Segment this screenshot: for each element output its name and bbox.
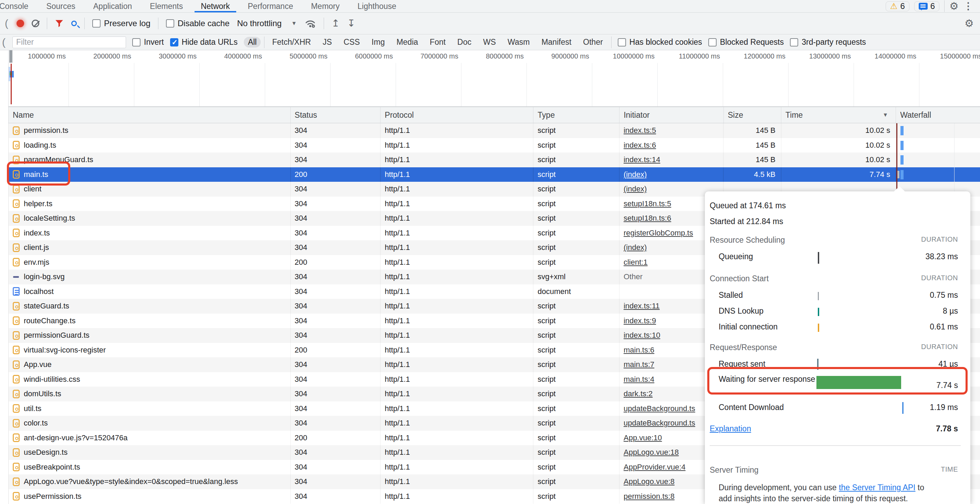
filter-type-all[interactable]: All	[244, 37, 261, 48]
filter-type-css[interactable]: CSS	[339, 37, 364, 48]
table-row[interactable]: paramMenuGuard.ts 304 http/1.1 script in…	[9, 153, 980, 167]
column-header-name[interactable]: Name	[9, 107, 291, 123]
filter-type-js[interactable]: JS	[318, 37, 336, 48]
initiator-link[interactable]: (index)	[624, 243, 647, 252]
initiator-link[interactable]: index.ts:6	[624, 141, 656, 150]
name-cell[interactable]: localhost	[9, 285, 291, 299]
initiator-link[interactable]: main.ts:6	[624, 346, 654, 355]
name-cell[interactable]: App.vue	[9, 357, 291, 372]
import-har-icon[interactable]: ↥	[332, 19, 339, 28]
messages-badge[interactable]: 6	[914, 2, 939, 11]
name-cell[interactable]: windi-utilities.css	[9, 372, 291, 387]
initiator-link[interactable]: updateBackground.ts	[624, 404, 695, 413]
initiator-link[interactable]: index.ts:14	[624, 155, 660, 164]
tab-console[interactable]: Console	[0, 0, 37, 13]
filter-type-other[interactable]: Other	[579, 37, 607, 48]
initiator-link[interactable]: (index)	[624, 184, 647, 194]
name-cell[interactable]: routeChange.ts	[9, 314, 291, 328]
network-overview-timeline[interactable]: 1000000 ms2000000 ms3000000 ms4000000 ms…	[8, 50, 980, 107]
tab-sources[interactable]: Sources	[37, 0, 84, 13]
initiator-link[interactable]: registerGlobComp.ts	[624, 229, 693, 237]
initiator-link[interactable]: (index)	[624, 170, 647, 179]
initiator-link[interactable]: AppProvider.vue:4	[624, 463, 686, 472]
settings-gear-icon[interactable]: ⚙	[949, 1, 959, 11]
tab-elements[interactable]: Elements	[141, 0, 192, 13]
initiator-link[interactable]: App.vue:10	[624, 433, 662, 442]
initiator-link[interactable]: dark.ts:2	[624, 390, 652, 398]
column-header-size[interactable]: Size	[724, 107, 782, 123]
filter-type-doc[interactable]: Doc	[453, 37, 476, 48]
column-header-waterfall[interactable]: Waterfall	[896, 107, 980, 123]
name-cell[interactable]: helper.ts	[9, 197, 291, 211]
clear-button[interactable]	[32, 20, 39, 27]
checkbox-checked[interactable]	[170, 38, 178, 46]
filter-type-fetch-xhr[interactable]: Fetch/XHR	[268, 37, 315, 48]
initiator-link[interactable]: main.ts:7	[624, 360, 654, 369]
initiator-link[interactable]: client:1	[624, 258, 648, 267]
initiator-link[interactable]: AppLogo.vue:18	[624, 448, 679, 457]
column-header-type[interactable]: Type	[533, 107, 619, 123]
tab-network[interactable]: Network	[192, 0, 239, 13]
table-row[interactable]: loading.ts 304 http/1.1 script index.ts:…	[9, 138, 980, 153]
name-cell[interactable]: stateGuard.ts	[9, 299, 291, 314]
checkbox-unchecked[interactable]	[166, 19, 174, 27]
column-header-status[interactable]: Status	[291, 107, 381, 123]
filter-type-media[interactable]: Media	[392, 37, 422, 48]
checkbox-unchecked[interactable]	[708, 38, 717, 46]
table-row-selected[interactable]: main.ts 200 http/1.1 script (index) 4.5 …	[9, 167, 980, 182]
warnings-badge[interactable]: ⚠ 6	[886, 2, 909, 11]
initiator-link[interactable]: index.ts:11	[624, 302, 660, 310]
name-cell[interactable]: useDesign.ts	[9, 445, 291, 460]
checkbox-unchecked[interactable]	[92, 19, 100, 27]
export-har-icon[interactable]: ↧	[347, 19, 355, 28]
filter-type-font[interactable]: Font	[426, 37, 450, 48]
invert-checkbox[interactable]: Invert	[132, 38, 164, 47]
disable-cache-checkbox[interactable]: Disable cache	[166, 19, 230, 28]
hide-data-urls-checkbox[interactable]: Hide data URLs	[170, 38, 238, 47]
tab-lighthouse[interactable]: Lighthouse	[348, 0, 405, 13]
preserve-log-checkbox[interactable]: Preserve log	[92, 19, 151, 28]
name-cell[interactable]: useBreakpoint.ts	[9, 460, 291, 475]
filter-type-wasm[interactable]: Wasm	[503, 37, 534, 48]
explanation-link[interactable]: Explanation	[710, 424, 751, 433]
name-cell[interactable]: login-bg.svg	[9, 270, 291, 285]
blocked-requests-checkbox[interactable]: Blocked Requests	[708, 38, 784, 47]
tab-application[interactable]: Application	[84, 0, 141, 13]
checkbox-unchecked[interactable]	[790, 38, 798, 46]
more-options-icon[interactable]: ⋮	[964, 2, 973, 11]
name-cell[interactable]: permission.ts	[9, 123, 291, 138]
network-conditions-icon[interactable]	[304, 18, 316, 29]
name-cell[interactable]: ant-design-vue.js?v=1520476a	[9, 431, 291, 445]
column-header-initiator[interactable]: Initiator	[619, 107, 724, 123]
name-cell[interactable]: localeSetting.ts	[9, 211, 291, 226]
name-cell[interactable]: loading.ts	[9, 138, 291, 153]
name-cell[interactable]: client.js	[9, 240, 291, 255]
has-blocked-cookies-checkbox[interactable]: Has blocked cookies	[618, 38, 702, 47]
throttling-dropdown[interactable]: No throttling ▼	[237, 19, 296, 28]
initiator-link[interactable]: index.ts:5	[624, 126, 656, 135]
initiator-link[interactable]: index.ts:9	[624, 316, 656, 325]
server-timing-api-link[interactable]: the Server Timing API	[839, 483, 915, 492]
table-row[interactable]: permission.ts 304 http/1.1 script index.…	[9, 123, 980, 138]
filter-type-ws[interactable]: WS	[479, 37, 500, 48]
name-cell[interactable]: virtual:svg-icons-register	[9, 343, 291, 358]
network-settings-gear-icon[interactable]: ⚙	[964, 18, 974, 29]
name-cell[interactable]: domUtils.ts	[9, 386, 291, 401]
search-icon[interactable]	[71, 21, 77, 26]
initiator-link[interactable]: updateBackground.ts	[624, 419, 695, 428]
filter-type-manifest[interactable]: Manifest	[537, 37, 575, 48]
initiator-link[interactable]: AppLogo.vue:8	[624, 477, 675, 486]
tab-performance[interactable]: Performance	[239, 0, 302, 13]
name-cell[interactable]: AppLogo.vue?vue&type=style&index=0&scope…	[9, 474, 291, 489]
column-header-time[interactable]: Time▼	[781, 107, 896, 123]
initiator-link[interactable]: permission.ts:8	[624, 492, 675, 501]
name-cell[interactable]: util.ts	[9, 401, 291, 416]
column-header-protocol[interactable]: Protocol	[380, 107, 533, 123]
filter-type-img[interactable]: Img	[368, 37, 389, 48]
name-cell[interactable]: color.ts	[9, 416, 291, 431]
initiator-link[interactable]: setupI18n.ts:5	[624, 199, 671, 208]
checkbox-unchecked[interactable]	[132, 38, 140, 46]
checkbox-unchecked[interactable]	[618, 38, 626, 46]
initiator-link[interactable]: main.ts:4	[624, 375, 654, 384]
filter-input[interactable]	[13, 37, 126, 48]
